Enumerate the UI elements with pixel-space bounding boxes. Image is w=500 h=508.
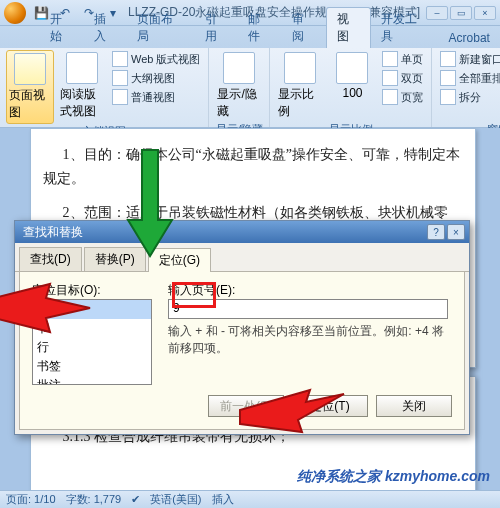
outline-icon — [112, 70, 128, 86]
status-words[interactable]: 字数: 1,779 — [66, 492, 122, 507]
web-layout-button[interactable]: Web 版式视图 — [110, 50, 202, 68]
page-width-label: 页宽 — [401, 90, 423, 105]
office-button[interactable] — [4, 2, 26, 24]
tab-find[interactable]: 查找(D) — [19, 247, 82, 271]
showhide-button[interactable]: 显示/隐藏 — [215, 50, 263, 122]
draft-label: 普通视图 — [131, 90, 175, 105]
one-page-label: 单页 — [401, 52, 423, 67]
tab-goto[interactable]: 定位(G) — [148, 248, 211, 272]
outline-view-button[interactable]: 大纲视图 — [110, 69, 202, 87]
tab-review[interactable]: 审阅 — [282, 8, 326, 48]
annotation-red-box — [172, 282, 216, 308]
dialog-buttons: 前一处(S) 定位(T) 关闭 — [32, 395, 452, 417]
one-page-button[interactable]: 单页 — [380, 50, 425, 68]
arrange-all-icon — [440, 70, 456, 86]
goto-target-listbox[interactable]: 页 节 行 书签 批注 脚注 — [32, 299, 152, 385]
zoom-100-label: 100 — [342, 86, 362, 100]
one-page-icon — [382, 51, 398, 67]
goto-hint: 输入 + 和 - 可将相关内容移至当前位置。例如: +4 将前移四项。 — [168, 323, 452, 357]
draft-icon — [112, 89, 128, 105]
tab-developer[interactable]: 开发工具 — [371, 8, 438, 48]
goto-target-label: 定位目标(O): — [32, 282, 152, 299]
dialog-body: 定位目标(O): 页 节 行 书签 批注 脚注 输入页号(E): 9 输入 + … — [19, 272, 465, 430]
page-width-button[interactable]: 页宽 — [380, 88, 425, 106]
zoom-label: 显示比例 — [278, 86, 322, 120]
two-pages-icon — [382, 70, 398, 86]
list-item[interactable]: 行 — [33, 338, 151, 357]
list-item[interactable]: 页 — [33, 300, 151, 319]
previous-button[interactable]: 前一处(S) — [208, 395, 284, 417]
outline-label: 大纲视图 — [131, 71, 175, 86]
status-proofing-icon[interactable]: ✔ — [131, 493, 140, 506]
two-pages-button[interactable]: 双页 — [380, 69, 425, 87]
zoom-icon — [284, 52, 316, 84]
tab-replace[interactable]: 替换(P) — [84, 247, 146, 271]
web-layout-label: Web 版式视图 — [131, 52, 200, 67]
split-button[interactable]: 拆分 — [438, 88, 500, 106]
page-width-icon — [382, 89, 398, 105]
dialog-close-button[interactable]: × — [447, 224, 465, 240]
tab-mailings[interactable]: 邮件 — [238, 8, 282, 48]
draft-view-button[interactable]: 普通视图 — [110, 88, 202, 106]
tab-insert[interactable]: 插入 — [84, 8, 128, 48]
tab-acrobat[interactable]: Acrobat — [439, 28, 500, 48]
dialog-title: 查找和替换 — [23, 224, 83, 241]
dialog-tabs: 查找(D) 替换(P) 定位(G) — [15, 243, 469, 272]
body-paragraph[interactable]: 1、目的：确保本公司“永磁起重吸盘”操作安全、可靠，特制定本规定。 — [43, 143, 463, 191]
page-layout-icon — [14, 53, 46, 85]
web-layout-icon — [112, 51, 128, 67]
status-bar: 页面: 1/10 字数: 1,779 ✔ 英语(美国) 插入 — [0, 490, 500, 508]
page-layout-view-button[interactable]: 页面视图 — [6, 50, 54, 124]
tab-home[interactable]: 开始 — [40, 8, 84, 48]
showhide-label: 显示/隐藏 — [217, 86, 261, 120]
reading-layout-button[interactable]: 阅读版式视图 — [58, 50, 106, 122]
goto-button[interactable]: 定位(T) — [292, 395, 368, 417]
ribbon-group-window: 新建窗口 全部重排 拆分 切换窗口 窗口 — [432, 48, 500, 127]
status-insert[interactable]: 插入 — [212, 492, 234, 507]
list-item[interactable]: 批注 — [33, 376, 151, 385]
tab-pagelayout[interactable]: 页面布局 — [127, 8, 194, 48]
two-pages-label: 双页 — [401, 71, 423, 86]
list-item[interactable]: 书签 — [33, 357, 151, 376]
status-page[interactable]: 页面: 1/10 — [6, 492, 56, 507]
page-layout-label: 页面视图 — [9, 87, 51, 121]
arrange-all-label: 全部重排 — [459, 71, 500, 86]
arrange-all-button[interactable]: 全部重排 — [438, 69, 500, 87]
new-window-button[interactable]: 新建窗口 — [438, 50, 500, 68]
zoom-100-icon — [336, 52, 368, 84]
split-label: 拆分 — [459, 90, 481, 105]
maximize-button[interactable]: ▭ — [450, 6, 472, 20]
status-lang[interactable]: 英语(美国) — [150, 492, 201, 507]
new-window-label: 新建窗口 — [459, 52, 500, 67]
watermark-text: 纯净系统之家 kzmyhome.com — [293, 466, 494, 488]
reading-layout-label: 阅读版式视图 — [60, 86, 104, 120]
list-item[interactable]: 节 — [33, 319, 151, 338]
close-button[interactable]: × — [474, 6, 496, 20]
zoom-100-button[interactable]: 100 — [328, 50, 376, 102]
dialog-titlebar[interactable]: 查找和替换 ? × — [15, 221, 469, 243]
ribbon-group-docviews: 页面视图 阅读版式视图 Web 版式视图 大纲视图 普通视图 文档视图 — [0, 48, 209, 127]
showhide-icon — [223, 52, 255, 84]
dialog-help-button[interactable]: ? — [427, 224, 445, 240]
ribbon-tabs: 开始 插入 页面布局 引用 邮件 审阅 视图 开发工具 Acrobat — [0, 26, 500, 48]
ribbon: 页面视图 阅读版式视图 Web 版式视图 大纲视图 普通视图 文档视图 显示/隐… — [0, 48, 500, 128]
reading-layout-icon — [66, 52, 98, 84]
tab-references[interactable]: 引用 — [195, 8, 239, 48]
find-replace-dialog: 查找和替换 ? × 查找(D) 替换(P) 定位(G) 定位目标(O): 页 节… — [14, 220, 470, 435]
split-icon — [440, 89, 456, 105]
tab-view[interactable]: 视图 — [326, 7, 372, 48]
zoom-button[interactable]: 显示比例 — [276, 50, 324, 122]
close-button-dialog[interactable]: 关闭 — [376, 395, 452, 417]
new-window-icon — [440, 51, 456, 67]
ribbon-group-showhide: 显示/隐藏 显示/隐藏 — [209, 48, 270, 127]
ribbon-group-zoom: 显示比例 100 单页 双页 页宽 显示比例 — [270, 48, 432, 127]
